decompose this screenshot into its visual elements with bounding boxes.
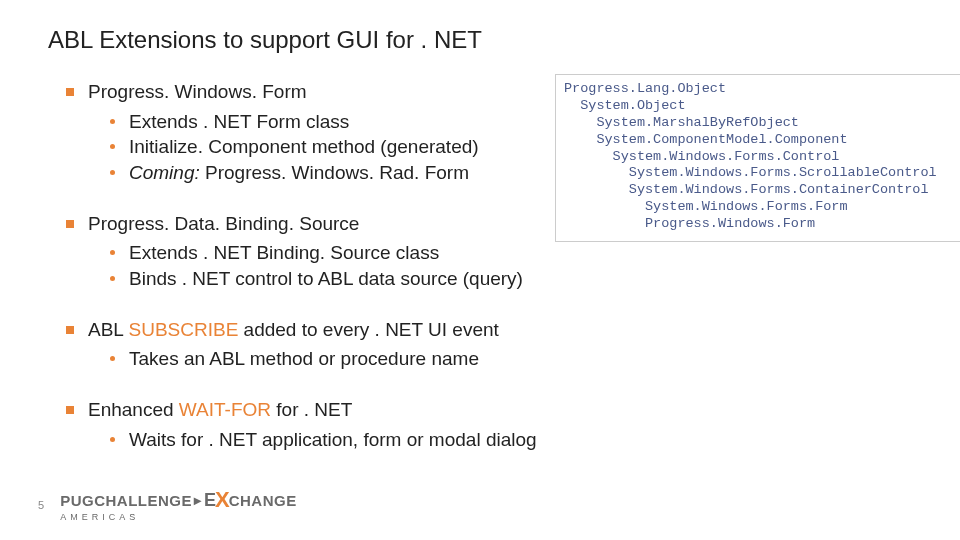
bullet-4-highlight: WAIT-FOR: [179, 399, 271, 420]
bullet-3-sub-1: Takes an ABL method or procedure name: [129, 346, 479, 372]
bullet-4-post: for . NET: [271, 399, 352, 420]
logo: PUG CHALLENGE ▸ E X CHANGE AMERICAS: [60, 487, 297, 522]
tree-line: Progress.Lang.Object: [564, 81, 960, 98]
dot-bullet-icon: [110, 437, 115, 442]
dot-bullet-icon: [110, 356, 115, 361]
tree-line: System.Windows.Forms.ScrollableControl: [564, 165, 960, 182]
footer: 5 PUG CHALLENGE ▸ E X CHANGE AMERICAS: [38, 487, 297, 522]
arrow-icon: ▸: [194, 492, 201, 508]
class-hierarchy-box: Progress.Lang.Object System.Object Syste…: [555, 74, 960, 242]
slide: ABL Extensions to support GUI for . NET …: [0, 0, 960, 540]
logo-challenge: CHALLENGE: [94, 492, 192, 509]
tree-line: System.Object: [564, 98, 960, 115]
bullet-2-sub-2: Binds . NET control to ABL data source (…: [129, 266, 523, 292]
bullet-1-sub-1: Extends . NET Form class: [129, 109, 349, 135]
square-bullet-icon: [66, 406, 74, 414]
square-bullet-icon: [66, 88, 74, 96]
page-number: 5: [38, 499, 44, 511]
bullet-list: Progress. Windows. Form Extends . NET Fo…: [48, 80, 588, 452]
logo-pug: PUG: [60, 492, 94, 509]
bullet-2-sub-1: Extends . NET Binding. Source class: [129, 240, 439, 266]
bullet-3-highlight: SUBSCRIBE: [129, 319, 239, 340]
bullet-3: ABL SUBSCRIBE added to every . NET UI ev…: [48, 318, 588, 372]
dot-bullet-icon: [110, 170, 115, 175]
bullet-1-text: Progress. Windows. Form: [88, 80, 307, 105]
tree-line: System.ComponentModel.Component: [564, 132, 960, 149]
bullet-3-pre: ABL: [88, 319, 129, 340]
dot-bullet-icon: [110, 119, 115, 124]
logo-x: X: [215, 487, 230, 513]
bullet-2: Progress. Data. Binding. Source Extends …: [48, 212, 588, 292]
bullet-column: Progress. Windows. Form Extends . NET Fo…: [48, 80, 588, 478]
square-bullet-icon: [66, 326, 74, 334]
tree-line: System.Windows.Forms.Form: [564, 199, 960, 216]
slide-title: ABL Extensions to support GUI for . NET: [48, 26, 918, 54]
bullet-1-sub-2: Initialize. Component method (generated): [129, 134, 479, 160]
bullet-1: Progress. Windows. Form Extends . NET Fo…: [48, 80, 588, 186]
tree-line: System.MarshalByRefObject: [564, 115, 960, 132]
bullet-3-post: added to every . NET UI event: [238, 319, 499, 340]
logo-subtitle: AMERICAS: [60, 512, 139, 522]
bullet-1-sub-3-text: Progress. Windows. Rad. Form: [200, 162, 469, 183]
square-bullet-icon: [66, 220, 74, 228]
bullet-4-pre: Enhanced: [88, 399, 179, 420]
tree-line: Progress.Windows.Form: [564, 216, 960, 233]
bullet-4-sub-1: Waits for . NET application, form or mod…: [129, 427, 537, 453]
content-area: Progress. Windows. Form Extends . NET Fo…: [48, 80, 918, 478]
dot-bullet-icon: [110, 250, 115, 255]
tree-line: System.Windows.Forms.ContainerControl: [564, 182, 960, 199]
logo-change: CHANGE: [229, 492, 297, 509]
tree-line: System.Windows.Forms.Control: [564, 149, 960, 166]
dot-bullet-icon: [110, 276, 115, 281]
bullet-2-text: Progress. Data. Binding. Source: [88, 212, 359, 237]
bullet-4: Enhanced WAIT-FOR for . NET Waits for . …: [48, 398, 588, 452]
dot-bullet-icon: [110, 144, 115, 149]
bullet-1-sub-3-prefix: Coming:: [129, 162, 200, 183]
